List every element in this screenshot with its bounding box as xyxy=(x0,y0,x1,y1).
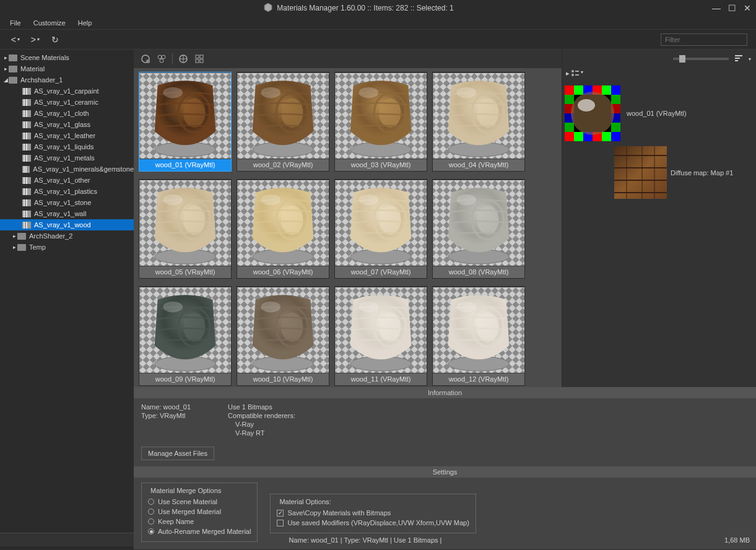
svg-point-81 xyxy=(456,194,476,206)
tree-item-as-vray-v1-other[interactable]: AS_vray_v1_other xyxy=(0,175,134,186)
thumb-wood_10[interactable]: wood_10 (VRayMtl) xyxy=(237,286,329,386)
tree-item-as-vray-v1-glass[interactable]: AS_vray_v1_glass xyxy=(0,119,134,130)
svg-rect-9 xyxy=(200,59,203,63)
thumb-wood_11[interactable]: wood_11 (VRayMtl) xyxy=(334,286,427,386)
tool-3-icon[interactable] xyxy=(176,52,190,66)
thumb-wood_08[interactable]: wood_08 (VRayMtl) xyxy=(432,179,525,279)
information-header[interactable]: Information xyxy=(134,387,756,398)
svg-point-36 xyxy=(358,87,378,98)
thumb-wood_06[interactable]: wood_06 (VRayMtl) xyxy=(237,179,329,279)
tree-sidebar: ▸Scene Materials ▸Material ◢Archshader_1… xyxy=(0,50,134,533)
thumb-label: wood_02 (VRayMtl) xyxy=(237,159,329,171)
svg-point-118 xyxy=(571,70,574,72)
minimize-button[interactable]: — xyxy=(712,3,721,13)
file-icon xyxy=(22,199,31,206)
radio-use-merged[interactable]: Use Merged Material xyxy=(148,507,251,517)
tree-archshader-1[interactable]: ◢Archshader_1 xyxy=(0,74,134,85)
menu-customize[interactable]: Customize xyxy=(28,17,71,28)
svg-rect-124 xyxy=(574,85,583,95)
svg-point-63 xyxy=(261,194,280,206)
nav-back-button[interactable]: < ▾ xyxy=(9,33,22,46)
thumb-wood_07[interactable]: wood_07 (VRayMtl) xyxy=(334,179,427,279)
file-icon xyxy=(22,99,31,106)
sort-dropdown-icon[interactable]: ▾ xyxy=(749,56,751,62)
settings-header[interactable]: Settings xyxy=(134,466,756,478)
status-center: Name: wood_01 | Type: VRayMtl | Use 1 Bi… xyxy=(6,536,724,544)
filter-input[interactable] xyxy=(661,33,747,46)
thumb-wood_09[interactable]: wood_09 (VRayMtl) xyxy=(139,286,232,386)
radio-keep-name[interactable]: Keep Name xyxy=(148,517,251,526)
menu-file[interactable]: File xyxy=(5,17,26,28)
svg-rect-6 xyxy=(196,55,199,58)
svg-point-90 xyxy=(163,302,183,313)
info-type: Type: VRayMtl xyxy=(141,412,191,419)
tree-item-as-vray-v1-wood[interactable]: AS_vray_v1_wood xyxy=(0,219,134,230)
file-icon xyxy=(22,133,31,139)
tool-4-icon[interactable] xyxy=(193,52,206,66)
sort-icon[interactable] xyxy=(734,54,744,64)
thumb-wood_04[interactable]: wood_04 (VRayMtl) xyxy=(432,72,525,172)
thumb-size-slider[interactable] xyxy=(673,58,729,60)
tree-temp[interactable]: ▸Temp xyxy=(0,242,134,253)
tree-item-as-vray-v1-minerals-gemstone[interactable]: AS_vray_v1_minerals&gemstone xyxy=(0,164,134,175)
info-compat: Compatible renderers: xyxy=(228,412,295,419)
radio-auto-rename[interactable]: Auto-Rename Merged Material xyxy=(148,526,251,536)
thumb-wood_12[interactable]: wood_12 (VRayMtl) xyxy=(432,286,525,386)
svg-point-4 xyxy=(160,59,163,63)
thumb-wood_05[interactable]: wood_05 (VRayMtl) xyxy=(139,179,232,279)
assign-sel-icon[interactable] xyxy=(139,52,152,66)
maximize-button[interactable]: ☐ xyxy=(728,3,736,13)
tree-scene-materials[interactable]: ▸Scene Materials xyxy=(0,52,134,63)
svg-point-27 xyxy=(261,87,280,98)
thumb-label: wood_01 (VRayMtl) xyxy=(139,159,231,171)
expand-right-icon[interactable]: ▸ xyxy=(566,69,570,78)
svg-point-99 xyxy=(261,302,280,313)
svg-point-1 xyxy=(146,59,150,63)
svg-point-120 xyxy=(571,74,574,76)
menu-help[interactable]: Help xyxy=(73,17,97,28)
file-icon xyxy=(22,121,31,128)
radio-use-scene[interactable]: Use Scene Material xyxy=(148,497,251,507)
tree-item-as-vray-v1-plastics[interactable]: AS_vray_v1_plastics xyxy=(0,186,134,197)
tree-item-as-vray-v1-metals[interactable]: AS_vray_v1_metals xyxy=(0,152,134,164)
tree-archshader-2[interactable]: ▸ArchShader_2 xyxy=(0,230,134,242)
manage-asset-files-button[interactable]: Manage Asset Files xyxy=(141,447,214,460)
tree-item-as-vray-v1-carpaint[interactable]: AS_vray_v1_carpaint xyxy=(0,85,134,97)
svg-point-54 xyxy=(163,194,183,206)
tree-material[interactable]: ▸Material xyxy=(0,63,134,74)
svg-rect-145 xyxy=(614,146,667,199)
thumb-wood_01[interactable]: wood_01 (VRayMtl) xyxy=(139,72,232,172)
tree-item-as-vray-v1-wall[interactable]: AS_vray_v1_wall xyxy=(0,208,134,219)
svg-rect-135 xyxy=(565,95,574,104)
app-icon xyxy=(263,2,273,14)
tree-item-as-vray-v1-leather[interactable]: AS_vray_v1_leather xyxy=(0,130,134,141)
svg-point-72 xyxy=(358,194,378,206)
thumb-label: wood_04 (VRayMtl) xyxy=(433,159,524,171)
thumb-wood_02[interactable]: wood_02 (VRayMtl) xyxy=(237,72,329,172)
svg-point-18 xyxy=(163,87,183,98)
thumb-label: wood_08 (VRayMtl) xyxy=(433,266,524,278)
thumb-wood_03[interactable]: wood_03 (VRayMtl) xyxy=(334,72,427,172)
preview-dropdown-icon[interactable]: ▾ xyxy=(581,69,583,78)
tree-item-as-vray-v1-cloth[interactable]: AS_vray_v1_cloth xyxy=(0,108,134,119)
refresh-button[interactable]: ↻ xyxy=(48,33,62,46)
diffuse-map-label: Diffuse map: Map #1 xyxy=(671,169,733,177)
assign-scene-icon[interactable] xyxy=(155,52,168,66)
file-icon xyxy=(22,211,31,217)
check-save-bitmaps[interactable]: ✓Save\Copy Materials with Bitmaps xyxy=(277,508,469,518)
nav-forward-button[interactable]: > ▾ xyxy=(28,33,42,46)
merge-options-title: Material Merge Options xyxy=(148,487,224,494)
tree-item-as-vray-v1-ceramic[interactable]: AS_vray_v1_ceramic xyxy=(0,97,134,108)
close-button[interactable]: ✕ xyxy=(744,3,751,13)
file-icon xyxy=(22,110,31,117)
tree-item-as-vray-v1-stone[interactable]: AS_vray_v1_stone xyxy=(0,197,134,208)
thumb-label: wood_05 (VRayMtl) xyxy=(139,266,231,278)
thumb-label: wood_12 (VRayMtl) xyxy=(433,373,524,385)
tree-item-as-vray-v1-liquids[interactable]: AS_vray_v1_liquids xyxy=(0,141,134,152)
check-use-saved-modifiers[interactable]: Use saved Modifiers (VRayDisplace,UVW Xf… xyxy=(277,518,469,528)
thumb-label: wood_07 (VRayMtl) xyxy=(335,266,427,278)
preview-opts-icon[interactable] xyxy=(571,69,580,78)
svg-rect-128 xyxy=(611,85,620,95)
file-icon xyxy=(22,88,31,95)
file-icon xyxy=(22,177,31,184)
